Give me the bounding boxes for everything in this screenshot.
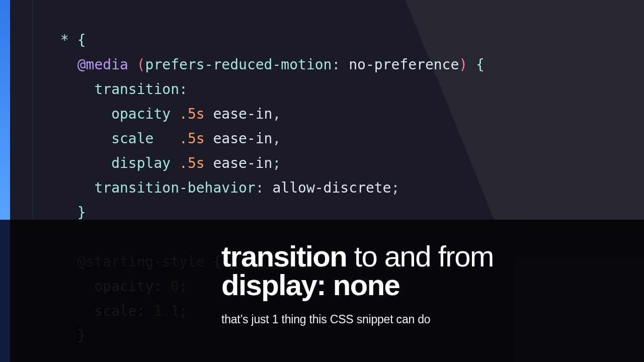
code-token: display [111,155,171,171]
headline-sub: that’s just 1 thing this CSS snippet can… [221,313,494,326]
accent-bar-lower [0,220,10,362]
code-token: { [467,56,485,73]
code-token: .5s [171,155,204,171]
code-token: , [272,130,281,147]
code-token: transition [94,81,179,98]
code-token: ease-in [205,106,273,122]
code-token: ease-in [205,155,273,171]
code-token: : [332,56,349,73]
headline-rest: to and from [347,240,493,273]
code-token: ) [459,56,467,73]
code-token: allow-discrete [272,179,391,196]
code-token: : [179,81,188,98]
code-token: ease-in [205,130,273,147]
code-token: { [69,32,86,48]
code-token: opacity [111,106,171,122]
headline-line-1: transition to and from [221,241,494,271]
code-token: : [256,179,273,196]
code-token: @media [77,56,128,73]
editor-gutter-line [32,0,33,220]
code-token: } [77,204,86,221]
code-token: ; [391,179,399,196]
accent-bar [0,0,10,220]
code-token: scale [111,130,153,147]
headline-line-2: display: none [221,270,494,300]
code-token: prefers-reduced-motion [145,56,332,73]
headline-strong: transition [221,240,347,273]
code-token: ; [272,155,281,171]
code-token: , [272,106,281,122]
code-token: .5s [171,130,204,147]
code-token: * [60,32,69,48]
code-token: ( [128,56,145,73]
headline-block: transition to and from display: none tha… [221,241,494,326]
code-token: transition-behavior [94,179,255,196]
code-token: no-preference [349,56,459,73]
code-token [153,130,171,147]
code-token: .5s [171,106,204,122]
